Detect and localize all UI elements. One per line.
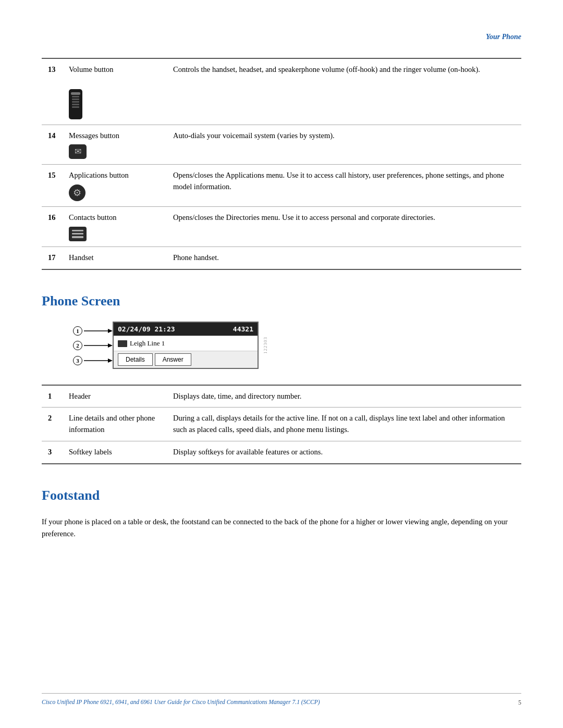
row-num: 16 — [42, 207, 63, 247]
table-row: 3 Softkey labels Display softkeys for av… — [42, 441, 521, 463]
footer-page-number: 5 — [518, 698, 521, 707]
row-name: Line details and other phone information — [63, 408, 167, 441]
table-row: 13 Volume button Controls — [42, 58, 521, 125]
callout-num-2: 2 — [73, 341, 82, 350]
row-name: Header — [63, 385, 167, 408]
softkey-answer[interactable]: Answer — [155, 353, 191, 366]
row-num: 13 — [42, 58, 63, 125]
row-name: Softkey labels — [63, 441, 167, 463]
page-header: Your Phone — [42, 31, 521, 42]
phone-screen-mockup: 02/24/09 21:23 44321 Leigh Line 1 Detail… — [113, 322, 259, 369]
row-num: 15 — [42, 165, 63, 207]
table-row: 14 Messages button ✉ Auto-dials your voi… — [42, 125, 521, 165]
row-name: Applications button ⚙ — [63, 165, 167, 207]
phone-screen-table: 1 Header Displays date, time, and direct… — [42, 385, 521, 464]
table-row: 16 Contacts button Opens/closes the Dire… — [42, 207, 521, 247]
row-num: 1 — [42, 385, 63, 408]
callout-num-1: 1 — [73, 326, 82, 336]
arrow-1 — [84, 328, 113, 334]
table-row: 17 Handset Phone handset. — [42, 246, 521, 269]
callout-1: 1 — [73, 325, 113, 337]
contacts-icon — [69, 227, 87, 241]
softkey-details[interactable]: Details — [118, 353, 153, 366]
row-name: Handset — [63, 246, 167, 269]
row-desc: Opens/closes the Directories menu. Use i… — [167, 207, 521, 247]
callout-num-3: 3 — [73, 356, 82, 365]
callout-3: 3 — [73, 355, 113, 366]
arrow-3 — [84, 357, 113, 364]
leigh-icon — [118, 340, 127, 347]
footstand-heading: Footstand — [42, 485, 521, 505]
feature-table: 13 Volume button Controls — [42, 58, 521, 270]
screen-line-row: Leigh Line 1 — [114, 336, 258, 351]
row-name: Messages button ✉ — [63, 125, 167, 165]
svg-marker-3 — [108, 343, 113, 348]
callout-2: 2 — [73, 340, 113, 351]
section-label: Your Phone — [486, 31, 521, 42]
svg-marker-1 — [108, 329, 113, 333]
table-row: 15 Applications button ⚙ Opens/closes th… — [42, 165, 521, 207]
row-desc: Display softkeys for available features … — [167, 441, 521, 463]
row-desc: During a call, displays details for the … — [167, 408, 521, 441]
row-num: 3 — [42, 441, 63, 463]
messages-icon: ✉ — [69, 144, 87, 159]
row-desc: Phone handset. — [167, 246, 521, 269]
row-num: 14 — [42, 125, 63, 165]
row-desc: Controls the handset, headset, and speak… — [167, 58, 521, 125]
footstand-paragraph: If your phone is placed on a table or de… — [42, 516, 511, 540]
screen-softkeys-row: Details Answer — [114, 351, 258, 368]
phone-screen-heading: Phone Screen — [42, 291, 521, 311]
row-name: Volume button — [63, 58, 167, 125]
svg-marker-5 — [108, 359, 113, 363]
table-row: 2 Line details and other phone informati… — [42, 408, 521, 441]
row-desc: Auto-dials your voicemail system (varies… — [167, 125, 521, 165]
screen-line-label: Leigh Line 1 — [130, 338, 165, 349]
row-num: 17 — [42, 246, 63, 269]
row-num: 2 — [42, 408, 63, 441]
footer-text: Cisco Unified IP Phone 6921, 6941, and 6… — [42, 698, 320, 707]
screen-side-number: 122303 — [262, 323, 270, 368]
arrow-2 — [84, 342, 113, 349]
row-desc: Opens/closes the Applications menu. Use … — [167, 165, 521, 207]
applications-icon: ⚙ — [69, 184, 85, 201]
screen-header: 02/24/09 21:23 44321 — [114, 323, 258, 336]
row-desc: Displays date, time, and directory numbe… — [167, 385, 521, 408]
volume-icon — [69, 89, 82, 119]
screen-header-right: 44321 — [233, 324, 253, 335]
screen-header-left: 02/24/09 21:23 — [118, 324, 175, 335]
row-name: Contacts button — [63, 207, 167, 247]
table-row: 1 Header Displays date, time, and direct… — [42, 385, 521, 408]
page-footer: Cisco Unified IP Phone 6921, 6941, and 6… — [42, 693, 521, 707]
